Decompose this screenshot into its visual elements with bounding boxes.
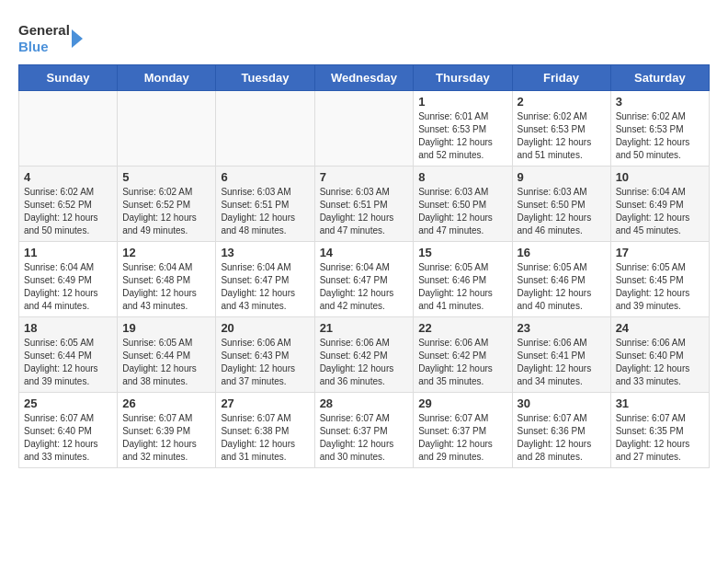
day-number: 9	[518, 170, 606, 184]
calendar-cell: 2Sunrise: 6:02 AM Sunset: 6:53 PM Daylig…	[512, 91, 610, 167]
day-number: 7	[320, 170, 409, 184]
day-info: Sunrise: 6:03 AM Sunset: 6:50 PM Dayligh…	[518, 186, 606, 237]
calendar-cell: 24Sunrise: 6:06 AM Sunset: 6:40 PM Dayli…	[610, 317, 709, 393]
day-info: Sunrise: 6:06 AM Sunset: 6:42 PM Dayligh…	[418, 337, 506, 388]
calendar-cell: 5Sunrise: 6:02 AM Sunset: 6:52 PM Daylig…	[118, 167, 216, 242]
day-info: Sunrise: 6:07 AM Sunset: 6:37 PM Dayligh…	[418, 412, 506, 464]
day-number: 3	[616, 95, 704, 109]
calendar-cell: 27Sunrise: 6:07 AM Sunset: 6:38 PM Dayli…	[216, 393, 314, 468]
day-info: Sunrise: 6:03 AM Sunset: 6:51 PM Dayligh…	[320, 186, 409, 237]
day-info: Sunrise: 6:07 AM Sunset: 6:36 PM Dayligh…	[518, 412, 606, 464]
calendar-week-1: 1Sunrise: 6:01 AM Sunset: 6:53 PM Daylig…	[19, 91, 710, 167]
day-header-sunday: Sunday	[19, 65, 118, 91]
calendar-cell: 17Sunrise: 6:05 AM Sunset: 6:45 PM Dayli…	[610, 242, 709, 317]
day-number: 26	[122, 396, 210, 410]
day-info: Sunrise: 6:03 AM Sunset: 6:51 PM Dayligh…	[221, 186, 309, 237]
day-info: Sunrise: 6:02 AM Sunset: 6:53 PM Dayligh…	[616, 110, 704, 162]
day-number: 4	[24, 170, 112, 184]
day-header-thursday: Thursday	[414, 65, 512, 91]
day-info: Sunrise: 6:07 AM Sunset: 6:37 PM Dayligh…	[320, 412, 409, 464]
calendar-cell	[19, 91, 118, 167]
svg-marker-2	[72, 29, 83, 48]
day-info: Sunrise: 6:01 AM Sunset: 6:53 PM Dayligh…	[418, 110, 506, 162]
day-info: Sunrise: 6:06 AM Sunset: 6:43 PM Dayligh…	[221, 337, 309, 388]
day-number: 21	[320, 321, 409, 335]
day-info: Sunrise: 6:02 AM Sunset: 6:53 PM Dayligh…	[518, 110, 606, 162]
day-header-monday: Monday	[118, 65, 216, 91]
day-number: 5	[122, 170, 210, 184]
day-number: 13	[221, 246, 309, 259]
calendar-cell: 4Sunrise: 6:02 AM Sunset: 6:52 PM Daylig…	[19, 167, 118, 242]
calendar-cell: 25Sunrise: 6:07 AM Sunset: 6:40 PM Dayli…	[19, 393, 118, 468]
calendar-cell: 30Sunrise: 6:07 AM Sunset: 6:36 PM Dayli…	[512, 393, 610, 468]
day-info: Sunrise: 6:06 AM Sunset: 6:40 PM Dayligh…	[616, 337, 704, 388]
day-info: Sunrise: 6:05 AM Sunset: 6:46 PM Dayligh…	[418, 261, 506, 313]
day-number: 19	[122, 321, 210, 335]
day-info: Sunrise: 6:04 AM Sunset: 6:47 PM Dayligh…	[320, 261, 409, 313]
calendar-cell: 3Sunrise: 6:02 AM Sunset: 6:53 PM Daylig…	[610, 91, 709, 167]
calendar-header-row: SundayMondayTuesdayWednesdayThursdayFrid…	[19, 65, 710, 91]
day-number: 17	[616, 246, 704, 259]
calendar-week-3: 11Sunrise: 6:04 AM Sunset: 6:49 PM Dayli…	[19, 242, 710, 317]
day-info: Sunrise: 6:05 AM Sunset: 6:44 PM Dayligh…	[24, 337, 112, 388]
day-info: Sunrise: 6:02 AM Sunset: 6:52 PM Dayligh…	[122, 186, 210, 237]
day-info: Sunrise: 6:05 AM Sunset: 6:44 PM Dayligh…	[122, 337, 210, 388]
day-info: Sunrise: 6:07 AM Sunset: 6:35 PM Dayligh…	[616, 412, 704, 464]
calendar-week-5: 25Sunrise: 6:07 AM Sunset: 6:40 PM Dayli…	[19, 393, 710, 468]
day-info: Sunrise: 6:06 AM Sunset: 6:42 PM Dayligh…	[320, 337, 409, 388]
calendar-cell: 16Sunrise: 6:05 AM Sunset: 6:46 PM Dayli…	[512, 242, 610, 317]
page-header: GeneralBlue	[18, 18, 710, 55]
day-number: 29	[418, 396, 506, 410]
day-info: Sunrise: 6:03 AM Sunset: 6:50 PM Dayligh…	[418, 186, 506, 237]
calendar-cell: 31Sunrise: 6:07 AM Sunset: 6:35 PM Dayli…	[610, 393, 709, 468]
day-number: 18	[24, 321, 112, 335]
day-number: 8	[418, 170, 506, 184]
day-header-wednesday: Wednesday	[314, 65, 414, 91]
svg-text:General: General	[18, 22, 70, 38]
day-header-friday: Friday	[512, 65, 610, 91]
day-info: Sunrise: 6:04 AM Sunset: 6:48 PM Dayligh…	[122, 261, 210, 313]
calendar-cell: 22Sunrise: 6:06 AM Sunset: 6:42 PM Dayli…	[414, 317, 512, 393]
svg-text:Blue: Blue	[18, 39, 49, 54]
day-info: Sunrise: 6:07 AM Sunset: 6:40 PM Dayligh…	[24, 412, 112, 464]
calendar-cell: 12Sunrise: 6:04 AM Sunset: 6:48 PM Dayli…	[118, 242, 216, 317]
day-number: 23	[518, 321, 606, 335]
calendar-cell	[216, 91, 314, 167]
logo: GeneralBlue	[18, 18, 83, 55]
calendar-cell: 28Sunrise: 6:07 AM Sunset: 6:37 PM Dayli…	[314, 393, 414, 468]
logo-svg: GeneralBlue	[18, 18, 83, 55]
day-number: 15	[418, 246, 506, 259]
day-info: Sunrise: 6:07 AM Sunset: 6:39 PM Dayligh…	[122, 412, 210, 464]
calendar-cell: 14Sunrise: 6:04 AM Sunset: 6:47 PM Dayli…	[314, 242, 414, 317]
day-number: 30	[518, 396, 606, 410]
day-info: Sunrise: 6:06 AM Sunset: 6:41 PM Dayligh…	[518, 337, 606, 388]
calendar-cell: 8Sunrise: 6:03 AM Sunset: 6:50 PM Daylig…	[414, 167, 512, 242]
calendar-cell: 18Sunrise: 6:05 AM Sunset: 6:44 PM Dayli…	[19, 317, 118, 393]
day-number: 6	[221, 170, 309, 184]
calendar-cell: 9Sunrise: 6:03 AM Sunset: 6:50 PM Daylig…	[512, 167, 610, 242]
calendar-cell: 29Sunrise: 6:07 AM Sunset: 6:37 PM Dayli…	[414, 393, 512, 468]
calendar-cell: 13Sunrise: 6:04 AM Sunset: 6:47 PM Dayli…	[216, 242, 314, 317]
day-info: Sunrise: 6:05 AM Sunset: 6:45 PM Dayligh…	[616, 261, 704, 313]
day-info: Sunrise: 6:04 AM Sunset: 6:49 PM Dayligh…	[616, 186, 704, 237]
calendar-cell: 1Sunrise: 6:01 AM Sunset: 6:53 PM Daylig…	[414, 91, 512, 167]
day-number: 22	[418, 321, 506, 335]
day-number: 28	[320, 396, 409, 410]
day-number: 31	[616, 396, 704, 410]
day-number: 2	[518, 95, 606, 109]
day-header-tuesday: Tuesday	[216, 65, 314, 91]
calendar-week-2: 4Sunrise: 6:02 AM Sunset: 6:52 PM Daylig…	[19, 167, 710, 242]
calendar-cell: 19Sunrise: 6:05 AM Sunset: 6:44 PM Dayli…	[118, 317, 216, 393]
calendar-cell: 26Sunrise: 6:07 AM Sunset: 6:39 PM Dayli…	[118, 393, 216, 468]
calendar-week-4: 18Sunrise: 6:05 AM Sunset: 6:44 PM Dayli…	[19, 317, 710, 393]
day-info: Sunrise: 6:04 AM Sunset: 6:49 PM Dayligh…	[24, 261, 112, 313]
day-number: 20	[221, 321, 309, 335]
day-number: 14	[320, 246, 409, 259]
day-number: 11	[24, 246, 112, 259]
day-number: 25	[24, 396, 112, 410]
calendar-cell	[314, 91, 414, 167]
calendar-cell: 15Sunrise: 6:05 AM Sunset: 6:46 PM Dayli…	[414, 242, 512, 317]
day-number: 1	[418, 95, 506, 109]
calendar-cell: 7Sunrise: 6:03 AM Sunset: 6:51 PM Daylig…	[314, 167, 414, 242]
calendar-cell: 20Sunrise: 6:06 AM Sunset: 6:43 PM Dayli…	[216, 317, 314, 393]
